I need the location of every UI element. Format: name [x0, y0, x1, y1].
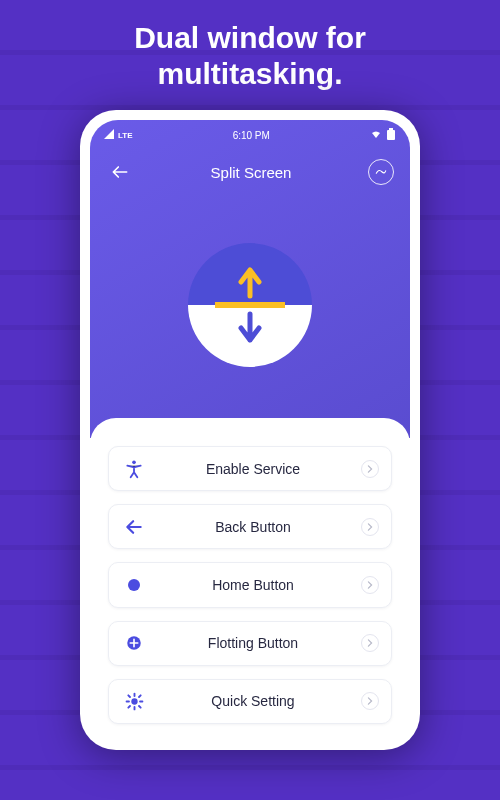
item-label: Home Button — [145, 577, 361, 593]
svg-rect-0 — [389, 128, 393, 130]
split-screen-icon — [185, 240, 315, 370]
chevron-right-icon — [361, 576, 379, 594]
enable-service-item[interactable]: Enable Service — [108, 446, 392, 491]
svg-rect-1 — [387, 130, 395, 140]
wifi-icon — [370, 129, 382, 141]
arrow-left-icon — [110, 162, 130, 182]
plus-circle-icon — [123, 632, 145, 654]
status-bar: LTE 6:10 PM — [90, 120, 410, 150]
screen-title: Split Screen — [211, 164, 292, 181]
svg-rect-3 — [215, 302, 285, 308]
phone-frame: LTE 6:10 PM Split Screen — [80, 110, 420, 750]
chevron-right-icon — [361, 692, 379, 710]
svg-point-4 — [132, 460, 136, 464]
back-arrow-icon — [123, 516, 145, 538]
accessibility-icon — [123, 458, 145, 480]
badge-icon — [374, 165, 388, 179]
floating-button-item[interactable]: Flotting Button — [108, 621, 392, 666]
back-button-item[interactable]: Back Button — [108, 504, 392, 549]
status-time: 6:10 PM — [233, 130, 270, 141]
item-label: Enable Service — [145, 461, 361, 477]
battery-icon — [386, 128, 396, 142]
svg-point-5 — [128, 579, 140, 591]
lte-icon: LTE — [118, 131, 133, 140]
item-label: Back Button — [145, 519, 361, 535]
gear-icon — [123, 690, 145, 712]
screen: LTE 6:10 PM Split Screen — [90, 120, 410, 740]
info-button[interactable] — [368, 159, 394, 185]
chevron-right-icon — [361, 518, 379, 536]
chevron-right-icon — [361, 634, 379, 652]
hero-area: LTE 6:10 PM Split Screen — [90, 120, 410, 438]
item-label: Flotting Button — [145, 635, 361, 651]
back-button[interactable] — [106, 158, 134, 186]
promo-title: Dual window for multitasking. — [0, 0, 500, 110]
chevron-right-icon — [361, 460, 379, 478]
item-label: Quick Setting — [145, 693, 361, 709]
settings-sheet: Enable Service Back Button Home Button F… — [90, 418, 410, 740]
quick-setting-item[interactable]: Quick Setting — [108, 679, 392, 724]
signal-icon — [104, 129, 114, 141]
home-button-item[interactable]: Home Button — [108, 562, 392, 607]
app-bar: Split Screen — [90, 150, 410, 194]
circle-icon — [123, 574, 145, 596]
